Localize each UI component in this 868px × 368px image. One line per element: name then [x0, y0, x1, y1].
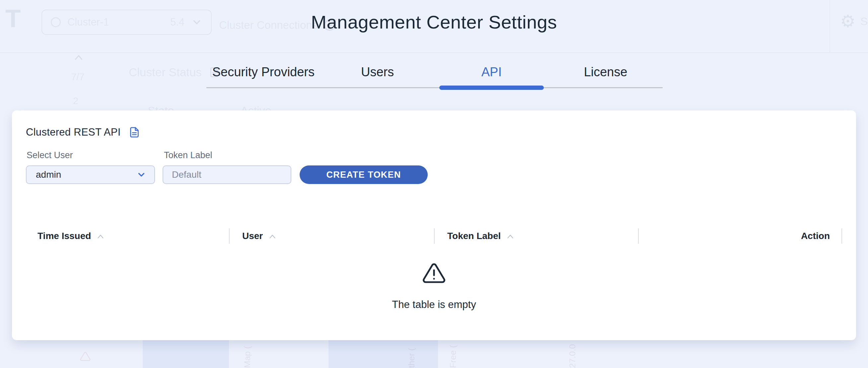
empty-table-message: The table is empty	[392, 299, 476, 311]
user-select[interactable]: admin	[26, 165, 155, 184]
tab-license[interactable]: License	[549, 65, 662, 87]
background-warning-icon	[80, 352, 91, 361]
panel-heading-label: Clustered REST API	[26, 126, 121, 138]
panel-heading: Clustered REST API	[26, 126, 140, 139]
background-axis-label: Map (	[242, 341, 252, 368]
column-label: User	[242, 231, 263, 241]
tab-security-providers[interactable]: Security Providers	[206, 65, 320, 87]
select-user-label: Select User	[27, 150, 73, 161]
create-token-button[interactable]: CREATE TOKEN	[300, 165, 428, 184]
sort-up-icon	[268, 234, 277, 239]
page-title: Management Center Settings	[0, 11, 868, 33]
clients-count: 2	[73, 96, 78, 106]
cluster-status-label: Cluster Status	[129, 66, 202, 79]
background-axis-label: 27.0.0	[567, 341, 578, 368]
background-chart-band	[143, 340, 229, 368]
token-table-header: Time Issued User Token Label Action	[12, 228, 842, 244]
chevron-down-icon	[136, 170, 146, 180]
column-header-token-label[interactable]: Token Label	[435, 228, 639, 244]
background-header-divider	[0, 53, 868, 53]
background-axis-label: ther (	[406, 341, 417, 368]
warning-triangle-icon	[422, 262, 446, 284]
token-label-label: Token Label	[164, 150, 212, 161]
tab-api[interactable]: API	[435, 65, 549, 87]
api-settings-panel: Clustered REST API Select User Token Lab…	[12, 110, 856, 340]
column-header-time-issued[interactable]: Time Issued	[12, 228, 229, 244]
background-axis-label: Free (	[448, 341, 458, 368]
tab-users[interactable]: Users	[320, 65, 435, 87]
column-label: Time Issued	[37, 231, 91, 241]
cluster-status-heading: Cluster Status	[129, 66, 220, 79]
background-sort-up-icon	[74, 54, 84, 60]
column-label: Action	[801, 231, 830, 241]
members-count: 7/7	[71, 72, 84, 82]
token-label-placeholder: Default	[172, 169, 202, 180]
table-empty-state: The table is empty	[12, 262, 856, 311]
sort-up-icon	[506, 234, 515, 239]
column-header-action: Action	[639, 228, 842, 244]
token-label-input[interactable]: Default	[163, 165, 291, 184]
column-label: Token Label	[447, 231, 501, 241]
background-chart-band	[329, 340, 438, 368]
column-header-user[interactable]: User	[229, 228, 435, 244]
docs-link-icon[interactable]	[129, 126, 140, 139]
user-select-value: admin	[36, 169, 61, 180]
sort-up-icon	[96, 234, 105, 239]
settings-tab-bar: Security Providers Users API License	[206, 65, 662, 88]
